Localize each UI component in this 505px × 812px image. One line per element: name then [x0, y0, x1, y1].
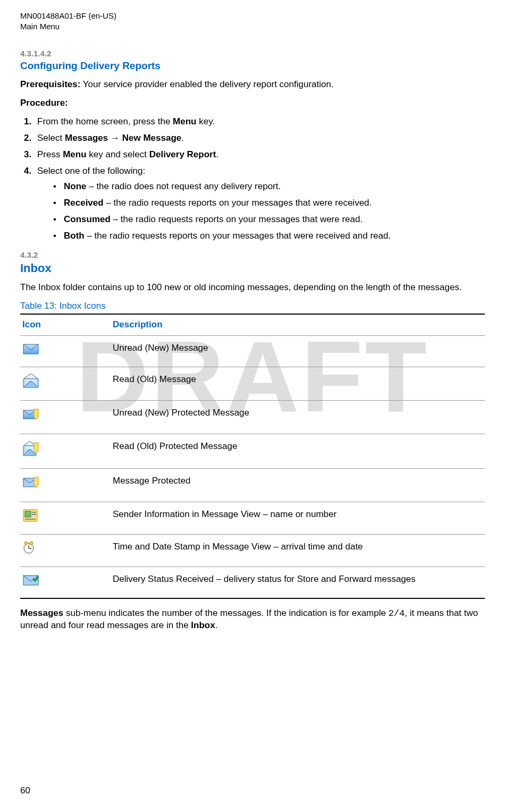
row-desc: Sender Information in Message View – nam…: [111, 502, 485, 534]
section-title: Configuring Delivery Reports: [20, 59, 485, 73]
th-icon: Icon: [20, 314, 111, 335]
step-1: From the home screen, press the Menu key…: [34, 116, 485, 128]
svg-rect-8: [32, 514, 36, 515]
prereq-text: Your service provider enabled the delive…: [80, 79, 333, 89]
option-none: None – the radio does not request any de…: [53, 181, 485, 193]
option-received: Received – the radio requests reports on…: [53, 197, 485, 209]
row-desc: Unread (New) Protected Message: [111, 400, 485, 434]
procedure-label: Procedure:: [20, 97, 485, 109]
page-number: 60: [20, 785, 30, 797]
row-desc: Time and Date Stamp in Message View – ar…: [111, 534, 485, 566]
delivery-status-icon: [20, 566, 111, 598]
timestamp-icon: [20, 534, 111, 566]
section-title: Inbox: [20, 260, 485, 276]
table-row: Read (Old) Protected Message: [20, 434, 485, 468]
inbox-intro: The Inbox folder contains up to 100 new …: [20, 282, 485, 294]
th-description: Description: [111, 314, 485, 335]
row-desc: Read (Old) Message: [111, 367, 485, 400]
option-list: None – the radio does not request any de…: [37, 181, 485, 242]
table-row: Sender Information in Message View – nam…: [20, 502, 485, 534]
table-row: Delivery Status Received – delivery stat…: [20, 566, 485, 598]
svg-rect-7: [32, 512, 36, 513]
procedure-list: From the home screen, press the Menu key…: [20, 116, 485, 242]
row-desc: Unread (New) Message: [111, 335, 485, 367]
row-desc: Read (Old) Protected Message: [111, 434, 485, 468]
sender-info-icon: [20, 502, 111, 534]
inbox-footer-note: Messages sub-menu indicates the number o…: [20, 607, 485, 632]
option-both: Both – the radio requests reports on you…: [53, 230, 485, 242]
prerequisites: Prerequisites: Your service provider ena…: [20, 79, 485, 91]
page-header: MN001488A01-BF (en-US) Main Menu: [20, 11, 485, 32]
read-protected-message-icon: [20, 434, 111, 468]
section-number: 4.3.2: [20, 250, 485, 260]
table-caption: Table 13: Inbox Icons: [20, 300, 485, 312]
table-row: Read (Old) Message: [20, 367, 485, 400]
table-row: Unread (New) Message: [20, 335, 485, 367]
unread-message-icon: [20, 335, 111, 367]
svg-rect-6: [25, 511, 31, 517]
prereq-label: Prerequisites:: [20, 79, 80, 89]
step-2: Select Messages → New Message.: [34, 132, 485, 145]
step-3: Press Menu key and select Delivery Repor…: [34, 149, 485, 161]
table-row: Message Protected: [20, 468, 485, 502]
message-protected-icon: [20, 468, 111, 502]
read-message-icon: [20, 367, 111, 400]
unread-protected-message-icon: [20, 400, 111, 434]
svg-rect-9: [25, 519, 36, 520]
breadcrumb: Main Menu: [20, 21, 485, 32]
doc-id: MN001488A01-BF (en-US): [20, 11, 485, 21]
inbox-icons-table: Icon Description Unread (New) Message: [20, 314, 485, 599]
step-4: Select one of the following: None – the …: [34, 165, 485, 242]
table-row: Unread (New) Protected Message: [20, 400, 485, 434]
row-desc: Message Protected: [111, 468, 485, 502]
option-consumed: Consumed – the radio requests reports on…: [53, 214, 485, 226]
section-number: 4.3.1.4.2: [20, 48, 485, 59]
svg-point-14: [30, 542, 33, 545]
table-row: Time and Date Stamp in Message View – ar…: [20, 534, 485, 566]
row-desc: Delivery Status Received – delivery stat…: [111, 566, 485, 598]
svg-point-13: [24, 542, 28, 545]
